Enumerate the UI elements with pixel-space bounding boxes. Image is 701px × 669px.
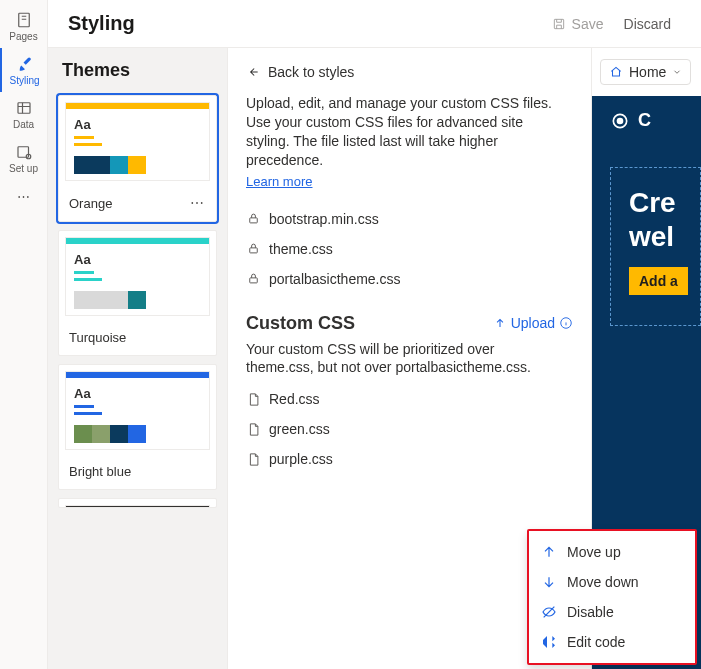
upload-button[interactable]: Upload [493, 315, 573, 331]
theme-card[interactable]: Aa Bright blue [58, 364, 217, 490]
svg-rect-4 [554, 19, 563, 28]
rail-more[interactable]: ⋯ [0, 180, 48, 212]
base-css-file[interactable]: portalbasictheme.css [246, 271, 573, 287]
lock-file-icon [246, 241, 261, 256]
cta-button[interactable]: Add a [629, 267, 688, 295]
table-icon [15, 99, 33, 117]
arrow-left-icon [246, 65, 260, 79]
arrow-down-icon [541, 574, 557, 590]
file-icon [246, 422, 261, 437]
rail-item-setup[interactable]: Set up [0, 136, 48, 180]
theme-card[interactable]: Aa Orange ⋯ [58, 95, 217, 222]
theme-name: Turquoise [69, 330, 126, 345]
theme-more-button[interactable]: ⋯ [190, 195, 206, 211]
home-label: Home [629, 64, 666, 80]
info-icon [559, 316, 573, 330]
rail-label: Data [13, 119, 34, 130]
theme-preview: Aa [59, 231, 216, 324]
svg-rect-1 [18, 102, 30, 113]
custom-css-header: Custom CSS Upload [246, 313, 573, 334]
context-move-down[interactable]: Move down [529, 567, 695, 597]
save-icon [552, 17, 566, 31]
gear-icon [15, 143, 33, 161]
upload-label: Upload [511, 315, 555, 331]
file-name: purple.css [269, 451, 333, 467]
rail-item-styling[interactable]: Styling [0, 48, 48, 92]
context-label: Move up [567, 544, 621, 560]
custom-css-list: Red.cssgreen.csspurple.css [246, 391, 573, 467]
code-editor-icon [541, 634, 557, 650]
context-label: Edit code [567, 634, 625, 650]
context-move-up[interactable]: Move up [529, 537, 695, 567]
theme-preview: Aa [59, 96, 216, 189]
lock-file-icon [246, 271, 261, 286]
arrow-up-icon [541, 544, 557, 560]
brush-icon [16, 55, 34, 73]
context-menu: Move up Move down Disable Edit code [527, 529, 697, 665]
base-css-file[interactable]: theme.css [246, 241, 573, 257]
brand-text: C [638, 110, 651, 131]
rail-label: Styling [9, 75, 39, 86]
hero: Cre wel Add a [610, 167, 701, 326]
rail-label: Set up [9, 163, 38, 174]
custom-css-file[interactable]: purple.css [246, 451, 573, 467]
discard-button[interactable]: Discard [614, 12, 681, 36]
file-name: theme.css [269, 241, 333, 257]
svg-point-10 [617, 117, 624, 124]
brand: C [610, 110, 701, 131]
page-icon [15, 11, 33, 29]
theme-preview: Aa [59, 365, 216, 458]
theme-card[interactable] [58, 498, 217, 508]
custom-css-file[interactable]: Red.css [246, 391, 573, 407]
back-label: Back to styles [268, 64, 354, 80]
svg-rect-6 [250, 248, 258, 253]
file-icon [246, 392, 261, 407]
svg-rect-7 [250, 278, 258, 283]
save-label: Save [572, 16, 604, 32]
context-label: Move down [567, 574, 639, 590]
custom-css-file[interactable]: green.css [246, 421, 573, 437]
context-disable[interactable]: Disable [529, 597, 695, 627]
discard-label: Discard [624, 16, 671, 32]
svg-rect-5 [250, 218, 258, 223]
file-icon [246, 452, 261, 467]
left-rail: Pages Styling Data Set up ⋯ [0, 0, 48, 669]
rail-label: Pages [9, 31, 37, 42]
styles-description: Upload, edit, and manage your custom CSS… [246, 94, 556, 170]
hero-title-2: wel [629, 220, 700, 254]
themes-list: Aa Orange ⋯ Aa Turq [48, 89, 227, 669]
save-button[interactable]: Save [542, 12, 614, 36]
learn-more-link[interactable]: Learn more [246, 174, 312, 189]
file-name: Red.css [269, 391, 320, 407]
file-name: green.css [269, 421, 330, 437]
page-title: Styling [68, 12, 542, 35]
svg-rect-0 [18, 13, 29, 27]
themes-panel: Themes Aa Orange ⋯ Aa [48, 48, 228, 669]
themes-title: Themes [48, 48, 227, 89]
theme-name: Bright blue [69, 464, 131, 479]
chevron-down-icon [672, 67, 682, 77]
context-edit-code[interactable]: Edit code [529, 627, 695, 657]
eye-off-icon [541, 604, 557, 620]
back-to-styles[interactable]: Back to styles [246, 64, 573, 80]
hero-title-1: Cre [629, 186, 700, 220]
lock-file-icon [246, 211, 261, 226]
theme-name: Orange [69, 196, 112, 211]
base-css-file[interactable]: bootstrap.min.css [246, 211, 573, 227]
header: Styling Save Discard [48, 0, 701, 48]
context-label: Disable [567, 604, 614, 620]
home-icon [609, 65, 623, 79]
preview-toolbar: Home [592, 48, 701, 96]
rail-item-data[interactable]: Data [0, 92, 48, 136]
upload-icon [493, 316, 507, 330]
theme-card[interactable]: Aa Turquoise [58, 230, 217, 356]
custom-css-note: Your custom CSS will be prioritized over… [246, 340, 546, 378]
base-css-list: bootstrap.min.csstheme.cssportalbasicthe… [246, 211, 573, 287]
rail-item-pages[interactable]: Pages [0, 4, 48, 48]
custom-css-title: Custom CSS [246, 313, 355, 334]
home-dropdown[interactable]: Home [600, 59, 691, 85]
file-name: portalbasictheme.css [269, 271, 401, 287]
file-name: bootstrap.min.css [269, 211, 379, 227]
brand-logo-icon [610, 111, 630, 131]
